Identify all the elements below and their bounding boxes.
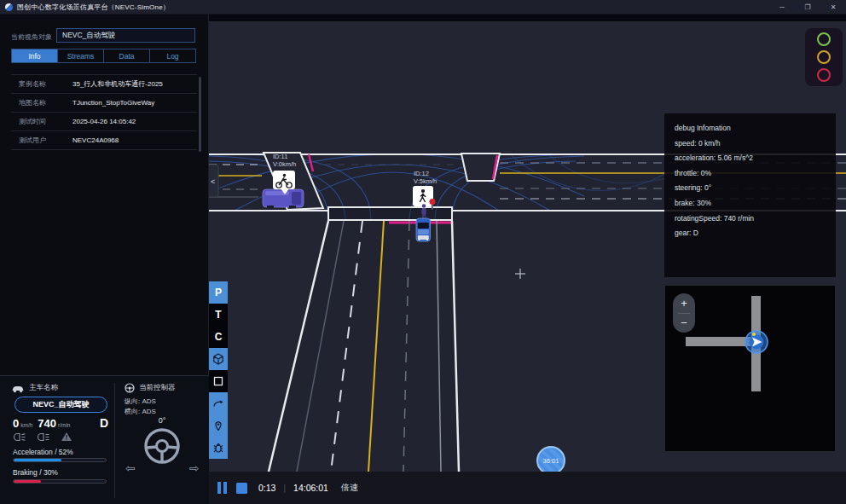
sidebar-collapse-tab[interactable]: < bbox=[209, 165, 218, 197]
tab-bar: Info Streams Data Log bbox=[11, 49, 196, 63]
debug-row: throttle: 0% bbox=[675, 166, 826, 182]
collapse-arrow-icon: < bbox=[211, 177, 215, 186]
info-row-map-name: 地图名称 TJunction_StopToGiveWay bbox=[11, 94, 197, 113]
info-label: 测试用户 bbox=[11, 136, 72, 145]
acceleration-fill bbox=[14, 459, 61, 461]
info-row-case-name: 案例名称 35_行人和非机动车通行-2025 bbox=[11, 75, 197, 94]
case-info-list: 案例名称 35_行人和非机动车通行-2025 地图名称 TJunction_St… bbox=[11, 74, 197, 150]
playback-rate-label[interactable]: 倍速 bbox=[341, 482, 358, 494]
speed-unit: km/h bbox=[20, 422, 32, 428]
tool-c-button[interactable]: C bbox=[209, 326, 228, 348]
playback-bar: 0:13 | 14:06:01 倍速 bbox=[209, 472, 846, 504]
info-label: 案例名称 bbox=[11, 79, 72, 89]
minimap-road-horizontal bbox=[686, 337, 752, 346]
tool-p-button[interactable]: P bbox=[209, 281, 228, 304]
tool-select-button[interactable] bbox=[209, 370, 228, 392]
elapsed-time: 0:13 bbox=[258, 483, 275, 493]
minimap-ego-marker bbox=[745, 331, 768, 353]
debug-row: rotatingSpeed: 740 r/min bbox=[675, 211, 826, 227]
steer-left-arrow-icon[interactable]: ⇦ bbox=[125, 461, 136, 475]
tool-route-button[interactable] bbox=[209, 392, 228, 414]
tool-strip: P T C bbox=[209, 281, 228, 459]
tool-t-button[interactable]: T bbox=[209, 304, 228, 326]
speed-value: 0 bbox=[13, 417, 19, 430]
tool-debug-button[interactable] bbox=[209, 437, 228, 459]
braking-bar bbox=[13, 479, 107, 484]
info-value: 35_行人和非机动车通行-2025 bbox=[72, 79, 163, 89]
cube-icon bbox=[212, 353, 224, 365]
rpm-unit: r/min bbox=[58, 422, 70, 428]
info-row-test-time: 测试时间 2025-04-26 14:05:42 bbox=[11, 113, 197, 131]
acceleration-label: Acceleration / 52% bbox=[13, 448, 73, 456]
steering-wheel-icon bbox=[125, 383, 135, 393]
steer-right-arrow-icon[interactable]: ⇨ bbox=[189, 461, 200, 475]
window-controls: ─ ❐ ✕ bbox=[769, 0, 846, 14]
debug-row: brake: 30% bbox=[675, 196, 826, 211]
bug-icon bbox=[212, 442, 224, 454]
time-separator: | bbox=[283, 484, 286, 493]
ego-vehicle[interactable] bbox=[416, 218, 431, 241]
view-object-input[interactable] bbox=[56, 28, 195, 43]
rpm-value: 740 bbox=[38, 417, 56, 430]
square-icon bbox=[212, 375, 224, 387]
info-value: NEVC24A0968 bbox=[72, 136, 119, 144]
info-row-test-user: 测试用户 NEVC24A0968 bbox=[11, 131, 197, 150]
acceleration-bar bbox=[13, 458, 107, 462]
actor-speed-label: V:5km/h bbox=[414, 177, 437, 185]
debug-panel: debug Infomation speed: 0 km/h accelerat… bbox=[664, 113, 836, 277]
speed-readout: 0 km/h 740 r/min D bbox=[13, 416, 108, 430]
tool-location-button[interactable] bbox=[209, 414, 228, 437]
actor-speed-label: V:0km/h bbox=[273, 160, 296, 168]
location-pin-icon bbox=[212, 420, 224, 432]
sidebar-scrollbar[interactable] bbox=[199, 77, 201, 152]
traffic-light-panel bbox=[805, 28, 843, 86]
longitudinal-controller: 纵向: ADS bbox=[125, 397, 156, 406]
tab-log[interactable]: Log bbox=[150, 49, 195, 62]
close-button[interactable]: ✕ bbox=[820, 0, 846, 14]
minimap-panel[interactable]: + − bbox=[664, 285, 836, 452]
info-value: TJunction_StopToGiveWay bbox=[72, 99, 154, 107]
braking-fill bbox=[14, 480, 41, 483]
van-actor[interactable] bbox=[263, 189, 304, 208]
hazard-warning-icon bbox=[61, 432, 72, 442]
yellow-light-icon bbox=[817, 50, 831, 64]
viewport[interactable]: ID:11 V:0km/h ID:12 V:5km/h bbox=[209, 14, 846, 504]
window-title: 国创中心数字化场景仿真平台（NEVC-SimOne） bbox=[17, 3, 170, 12]
red-light-icon bbox=[817, 68, 831, 82]
debug-title: debug Infomation bbox=[675, 121, 826, 136]
high-beam-icon bbox=[37, 432, 50, 442]
maximize-button[interactable]: ❐ bbox=[795, 0, 820, 14]
info-label: 测试时间 bbox=[11, 117, 72, 126]
ego-vehicle-button[interactable]: NEVC_自动驾驶 bbox=[14, 397, 107, 413]
zoom-out-button[interactable]: − bbox=[673, 314, 695, 333]
panel-divider bbox=[114, 383, 115, 498]
vehicle-name-header: 主车名称 bbox=[11, 383, 58, 393]
pause-button[interactable] bbox=[217, 482, 227, 494]
info-value: 2025-04-26 14:05:42 bbox=[72, 118, 136, 125]
stop-button[interactable] bbox=[236, 483, 247, 494]
app-logo-icon bbox=[5, 3, 13, 11]
braking-label: Braking / 30% bbox=[13, 468, 58, 477]
steering-wheel-graphic bbox=[135, 426, 189, 470]
zoom-in-button[interactable]: + bbox=[673, 293, 695, 313]
lateral-controller: 横向: ADS bbox=[125, 407, 156, 416]
gear-indicator: D bbox=[100, 416, 108, 430]
titlebar: 国创中心数字化场景仿真平台（NEVC-SimOne） ─ ❐ ✕ bbox=[0, 0, 846, 14]
tab-info[interactable]: Info bbox=[12, 49, 58, 62]
debug-row: steering: 0° bbox=[675, 181, 826, 196]
tab-streams[interactable]: Streams bbox=[58, 49, 104, 62]
vehicle-name-label: 主车名称 bbox=[29, 383, 58, 393]
debug-row: gear: D bbox=[675, 226, 826, 241]
minimize-button[interactable]: ─ bbox=[769, 0, 795, 14]
route-arrow-icon bbox=[212, 397, 224, 409]
debug-row: speed: 0 km/h bbox=[675, 136, 826, 152]
ev-car-icon bbox=[11, 384, 25, 393]
info-label: 地图名称 bbox=[11, 98, 72, 107]
actor-id-label: ID:12 bbox=[414, 170, 429, 177]
green-light-icon bbox=[817, 32, 831, 46]
tab-data[interactable]: Data bbox=[104, 49, 150, 62]
tool-3d-view-button[interactable] bbox=[209, 348, 228, 370]
actor-id-label: ID:11 bbox=[273, 153, 287, 160]
sim-clock: 14:06:01 bbox=[293, 483, 328, 493]
indicator-row bbox=[13, 432, 72, 442]
